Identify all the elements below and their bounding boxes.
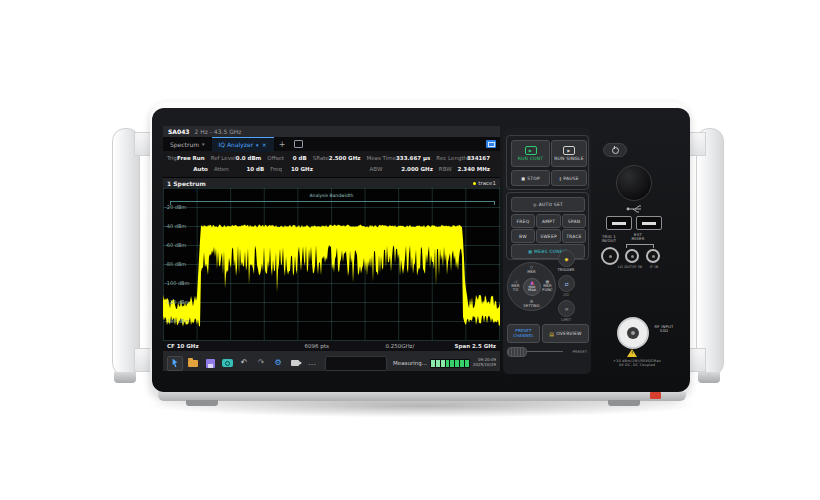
limit-icon: ≡ xyxy=(564,306,568,312)
more-button[interactable]: … xyxy=(305,357,319,370)
span-value[interactable]: Span 2.5 GHz xyxy=(455,343,496,349)
settings-button[interactable]: ⚙ xyxy=(271,357,285,370)
mkr-to-key[interactable]: ◁ MKR TO xyxy=(509,280,522,293)
right-handle xyxy=(696,128,724,376)
setting-freq[interactable]: Freq10 GHz xyxy=(270,166,319,172)
usb-port-2[interactable] xyxy=(636,216,662,230)
settings-row-2: Auto Atten10 dB Freq10 GHz ABW2.000 GHz … xyxy=(167,163,496,174)
stop-button[interactable]: ■ STOP xyxy=(511,170,550,186)
lcd-screen: SA043 2 Hz - 43.5 GHz Spectrum ▾ IQ Anal… xyxy=(163,126,500,371)
run-key-group: ▶ RUN CONT ▶ RUN SINGLE ■ STOP ‖ PAUSE xyxy=(506,135,589,190)
red-accent-tag xyxy=(650,392,661,399)
setting-atten[interactable]: Atten10 dB xyxy=(214,166,270,172)
tab-iq-analyzer[interactable]: IQ Analyzer ▾ × xyxy=(212,137,274,152)
window-header: 1 Spectrum trace1 xyxy=(163,178,500,188)
screenshot-button[interactable] xyxy=(220,357,234,370)
setting-abw[interactable]: ABW2.000 GHz xyxy=(370,166,439,172)
limit-key-label: LIMIT xyxy=(551,317,581,322)
add-tab-button[interactable]: + xyxy=(274,140,291,149)
ext-mixer-label: EXT MIXER xyxy=(624,233,652,242)
setting-srate[interactable]: SRate2.500 GHz xyxy=(313,155,367,161)
system-titlebar: SA043 2 Hz - 43.5 GHz xyxy=(163,126,500,137)
bw-button[interactable]: BW xyxy=(511,229,535,243)
if-in-label: IF IN xyxy=(642,265,666,269)
preset-slider[interactable] xyxy=(507,347,527,357)
setting-meas-time[interactable]: Meas Time333.667 μs xyxy=(366,155,436,161)
marker-nav-pad: ▽ MKR ◁ MKR TO ▦ MKR FUNC ⚙ SETTING ▲ MA… xyxy=(507,262,556,311)
setting-key[interactable]: ⚙ SETTING xyxy=(508,300,555,308)
power-button[interactable] xyxy=(603,143,627,157)
run-cont-button[interactable]: ▶ RUN CONT xyxy=(511,140,550,167)
front-keypad: ▶ RUN CONT ▶ RUN SINGLE ■ STOP ‖ PAUSE ◎… xyxy=(503,128,591,374)
y-axis-label: -60 dBm xyxy=(165,242,186,248)
open-file-button[interactable] xyxy=(186,357,200,370)
x-scale-bar: CF 10 GHz 6096 pts 0.250GHz/ Span 2.5 GH… xyxy=(163,341,500,351)
io-key[interactable]: ⇄ xyxy=(558,275,575,292)
mkr-func-key[interactable]: ▦ MKR FUNC xyxy=(541,280,554,293)
setting-offset[interactable]: Offset0 dB xyxy=(267,155,312,161)
display-icon[interactable] xyxy=(486,140,496,148)
trace-legend[interactable]: trace1 xyxy=(473,180,496,186)
overview-icon: ▤ xyxy=(549,331,554,337)
io-icon: ⇄ xyxy=(564,281,568,287)
max-peak-key[interactable]: ▲ MAX PEAK xyxy=(523,278,541,296)
setting-ref-level[interactable]: Ref Level0.0 dBm xyxy=(211,155,268,161)
frequency-range: 2 Hz - 43.5 GHz xyxy=(195,128,242,135)
overview-button[interactable]: ▤ OVERVIEW xyxy=(542,324,589,343)
chevron-down-icon: ▾ xyxy=(202,141,205,147)
left-handle-foot xyxy=(114,372,136,383)
function-key-group: ◎ AUTO SET FREQ AMPT SPAN BW SWEEP TRACE… xyxy=(506,192,589,260)
date: 2025/10/29 xyxy=(473,363,496,368)
trace-color-dot xyxy=(473,182,476,185)
power-icon xyxy=(612,147,619,154)
setting-rbw[interactable]: RBW2.340 MHz xyxy=(439,166,496,172)
restore-window-icon[interactable] xyxy=(294,140,303,148)
setting-trig-auto[interactable]: Auto xyxy=(167,166,214,172)
rotary-knob[interactable] xyxy=(616,165,652,201)
taskbar: ↶ ↷ ⚙ … Measuring... 09:20:09 2025/10/29 xyxy=(163,351,500,371)
ext-mixer-bracket xyxy=(626,244,654,248)
usb-icon xyxy=(626,204,644,214)
usb-port-1[interactable] xyxy=(606,216,632,230)
touch-mode-button[interactable] xyxy=(167,356,183,371)
auto-set-button[interactable]: ◎ AUTO SET xyxy=(511,197,585,212)
freq-button[interactable]: FREQ xyxy=(511,214,535,228)
sweep-button[interactable]: SWEEP xyxy=(536,229,561,243)
hardware-panel: TRIG 1 IN/OUT EXT MIXER LO OUT/IF IN IF … xyxy=(594,130,688,386)
trig-inout-label: TRIG 1 IN/OUT xyxy=(596,235,622,244)
span-button[interactable]: SPAN xyxy=(562,214,586,228)
device-foot-right xyxy=(608,400,640,406)
mkr-key[interactable]: ▽ MKR xyxy=(508,266,555,274)
y-axis-label: -100 dBm xyxy=(165,280,189,286)
quick-input-bar[interactable] xyxy=(325,356,387,371)
per-division: 0.250GHz/ xyxy=(385,343,414,349)
setting-trig[interactable]: TrigFree Run xyxy=(167,155,211,161)
lo-out-connector xyxy=(625,249,639,263)
run-single-button[interactable]: ▶ RUN SINGLE xyxy=(551,140,587,167)
setting-rec-length[interactable]: Rec Length834167 xyxy=(436,155,496,161)
auto-set-icon: ◎ xyxy=(533,202,537,207)
measuring-status: Measuring... xyxy=(393,360,427,366)
pause-button[interactable]: ‖ PAUSE xyxy=(551,170,587,186)
warning-icon: ! xyxy=(627,349,637,357)
spectrum-analyzer-device: SA043 2 Hz - 43.5 GHz Spectrum ▾ IQ Anal… xyxy=(0,0,820,500)
trigger-key[interactable]: ◆ xyxy=(558,250,575,267)
tab-spectrum[interactable]: Spectrum ▾ xyxy=(163,137,212,151)
record-button[interactable] xyxy=(288,357,302,370)
limit-key[interactable]: ≡ xyxy=(558,300,575,317)
redo-button[interactable]: ↷ xyxy=(254,357,268,370)
device-foot-left xyxy=(186,400,218,406)
ampt-button[interactable]: AMPT xyxy=(536,214,561,228)
trace-button[interactable]: TRACE xyxy=(562,229,586,243)
undo-icon: ↶ xyxy=(241,359,248,367)
settings-row-1: TrigFree Run Ref Level0.0 dBm Offset0 dB… xyxy=(167,152,496,163)
save-button[interactable] xyxy=(203,357,217,370)
spectrum-plot[interactable]: -20 dBm -40 dBm -60 dBm -80 dBm -100 dBm… xyxy=(163,188,500,341)
run-single-icon: ▶ xyxy=(563,146,575,155)
preset-channel-button[interactable]: PRESET CHANNEL xyxy=(507,324,540,343)
close-icon[interactable]: × xyxy=(262,141,267,148)
center-frequency[interactable]: CF 10 GHz xyxy=(167,343,199,349)
undo-button[interactable]: ↶ xyxy=(237,357,251,370)
right-handle-foot xyxy=(698,372,720,383)
camera-icon xyxy=(222,359,233,367)
